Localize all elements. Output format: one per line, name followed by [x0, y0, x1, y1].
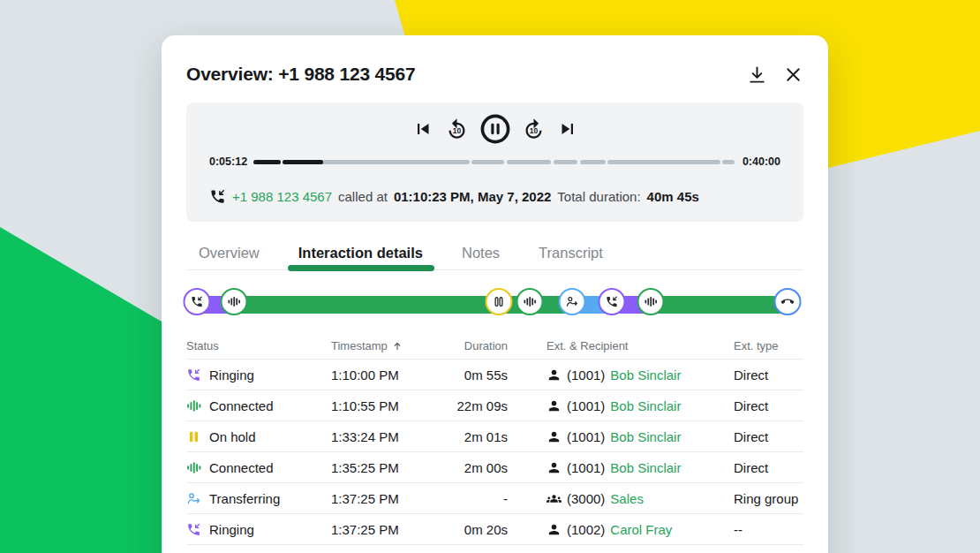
person-icon — [547, 398, 562, 413]
timestamp-cell: 1:37:25 PM — [331, 491, 446, 506]
recipient-name[interactable]: Bob Sinclair — [610, 429, 681, 444]
svg-text:10: 10 — [452, 125, 461, 134]
status-cell: Ringing — [186, 522, 331, 537]
desktop-background: Overview: +1 988 123 4567 1010 0:05:12 0… — [0, 0, 980, 553]
column-header-status: Status — [186, 339, 331, 352]
column-header-ext-type: Ext. type — [734, 339, 803, 352]
table-header: StatusTimestampDurationExt. & RecipientE… — [186, 339, 803, 360]
hangup-icon — [781, 295, 795, 308]
timeline-event-ringing[interactable] — [599, 288, 626, 315]
close-button[interactable] — [783, 64, 803, 85]
timestamp-cell: 1:33:24 PM — [331, 429, 446, 444]
call-overview-modal: Overview: +1 988 123 4567 1010 0:05:12 0… — [162, 35, 828, 553]
waveform-icon — [186, 460, 201, 475]
skip-back-button[interactable] — [412, 118, 433, 140]
column-header-ext-recipient: Ext. & Recipient — [547, 339, 734, 352]
download-icon — [747, 64, 767, 85]
person-icon — [547, 522, 562, 537]
tab-bar: OverviewInteraction detailsNotesTranscri… — [186, 245, 803, 270]
timeline-event-on-hold[interactable] — [486, 288, 513, 315]
replay-10-button[interactable]: 10 — [445, 117, 469, 141]
extension-number: (1001) — [567, 460, 605, 475]
table-row: Connected1:10:55 PM22m 09s(1001)Bob Sinc… — [186, 390, 803, 421]
extension-number: (1002) — [567, 522, 605, 537]
total-duration-label: Total duration: — [557, 189, 640, 204]
caller-number[interactable]: +1 988 123 4567 — [232, 189, 332, 204]
progress-bar[interactable] — [253, 153, 735, 170]
progress-segment — [607, 160, 720, 164]
timeline-event-ringing[interactable] — [184, 288, 211, 315]
progress-row: 0:05:12 0:40:00 — [209, 153, 780, 170]
waveform-icon — [228, 295, 241, 308]
progress-played — [283, 160, 323, 164]
status-cell: Transferring — [186, 491, 331, 506]
column-header-timestamp[interactable]: Timestamp — [331, 339, 446, 352]
recipient-name[interactable]: Sales — [610, 491, 644, 506]
modal-header-actions — [747, 64, 803, 85]
tab-transcript[interactable]: Transcript — [539, 245, 603, 261]
timeline-event-connected[interactable] — [637, 288, 665, 315]
tab-notes[interactable]: Notes — [462, 245, 500, 261]
recipient-name[interactable]: Bob Sinclair — [610, 460, 681, 475]
status-cell: Connected — [186, 460, 331, 475]
table-row: On hold1:33:24 PM2m 01s(1001)Bob Sinclai… — [186, 421, 803, 452]
timeline-event-connected[interactable] — [221, 288, 248, 315]
recipient-cell: (1002)Carol Fray — [547, 522, 734, 537]
person-icon — [547, 460, 562, 475]
person-icon — [547, 429, 562, 444]
table-body: Ringing1:10:00 PM0m 55s(1001)Bob Sinclai… — [186, 360, 803, 545]
tab-overview[interactable]: Overview — [199, 245, 260, 261]
table-row: Ringing1:10:00 PM0m 55s(1001)Bob Sinclai… — [186, 360, 803, 390]
timeline-event-connected[interactable] — [516, 288, 544, 315]
interaction-table: StatusTimestampDurationExt. & RecipientE… — [186, 339, 803, 545]
download-button[interactable] — [747, 64, 767, 85]
forward-10-button[interactable]: 10 — [522, 117, 546, 141]
call-info: +1 988 123 4567 called at 01:10:23 PM, M… — [209, 186, 780, 207]
hold-outline-icon — [493, 295, 506, 308]
duration-cell: 0m 55s — [446, 367, 547, 383]
status-cell: Ringing — [186, 367, 331, 383]
progress-segment — [471, 160, 504, 164]
waveform-icon — [524, 295, 537, 308]
status-cell: Connected — [186, 398, 331, 413]
progress-segment — [554, 160, 578, 164]
timestamp-cell: 1:35:25 PM — [331, 460, 446, 475]
progress-segment — [580, 160, 607, 164]
duration-cell: 22m 09s — [446, 398, 547, 413]
pause-button[interactable] — [480, 114, 510, 144]
ext-type-cell: Direct — [734, 429, 803, 444]
status-label: Transferring — [209, 491, 280, 506]
incoming-call-icon — [186, 522, 201, 537]
waveform-icon — [186, 398, 201, 413]
skip-forward-icon — [557, 118, 578, 140]
skip-forward-button[interactable] — [557, 118, 578, 140]
total-duration-value: 40m 45s — [647, 189, 699, 204]
extension-number: (3000) — [567, 491, 605, 506]
recipient-name[interactable]: Bob Sinclair — [610, 367, 681, 383]
modal-title: Overview: +1 988 123 4567 — [186, 64, 415, 85]
ext-type-cell: Ring group — [734, 491, 803, 506]
extension-number: (1001) — [567, 398, 605, 413]
timeline-event-hang-up[interactable] — [774, 288, 802, 315]
recipient-name[interactable]: Bob Sinclair — [610, 398, 681, 413]
extension-number: (1001) — [567, 367, 605, 383]
ext-type-cell: -- — [734, 522, 803, 537]
recipient-name[interactable]: Carol Fray — [610, 522, 672, 537]
timestamp-cell: 1:37:25 PM — [331, 522, 446, 537]
recipient-cell: (1001)Bob Sinclair — [547, 429, 734, 444]
status-cell: On hold — [186, 429, 331, 444]
timeline-event-transferring[interactable] — [559, 288, 586, 315]
status-label: Ringing — [209, 522, 254, 537]
status-label: Connected — [209, 398, 274, 413]
close-icon — [783, 64, 803, 85]
status-label: Ringing — [209, 367, 254, 383]
incoming-call-icon — [606, 295, 619, 308]
table-row: Connected1:35:25 PM2m 00s(1001)Bob Sincl… — [186, 452, 803, 483]
ext-type-cell: Direct — [734, 367, 803, 383]
duration-cell: - — [446, 491, 547, 506]
tab-interaction-details[interactable]: Interaction details — [298, 245, 423, 261]
duration-cell: 0m 20s — [446, 522, 547, 537]
group-icon — [547, 491, 562, 506]
recipient-cell: (1001)Bob Sinclair — [547, 367, 734, 383]
timestamp-cell: 1:10:00 PM — [331, 367, 446, 383]
